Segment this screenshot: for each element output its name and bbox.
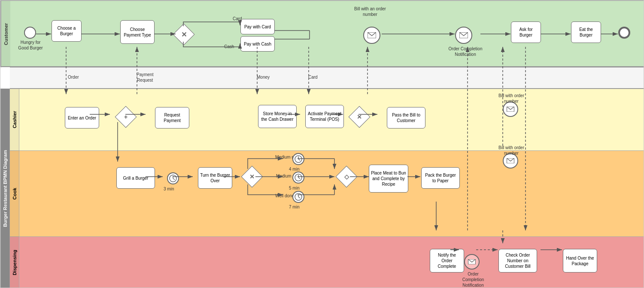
bill-receive-event xyxy=(363,27,380,44)
timer-3min-label: 3 min xyxy=(164,186,174,192)
cashier-lane: Cashier Enter an Order + Request Payment… xyxy=(10,89,644,151)
cashier-label: Cashier xyxy=(10,89,19,151)
cook-label: Cook xyxy=(10,151,19,237)
pass-bill-task[interactable]: Pass the Bill to Customer xyxy=(387,107,425,129)
order-completion-customer-label: Order Completion Notification xyxy=(448,46,483,57)
timer-medium xyxy=(292,172,304,184)
hand-over-task[interactable]: Hand Over the Package xyxy=(563,249,597,273)
cook-merge-gateway: ◇ xyxy=(336,166,358,188)
check-order-task[interactable]: Check Order Number on Customer Bill xyxy=(498,249,537,273)
activate-pos-task[interactable]: Activate Payment Terminal (POS) xyxy=(305,105,344,128)
burger-pool-label: Burger Restaurant BPMN Diagram xyxy=(0,89,10,288)
well-done-label: Well done xyxy=(275,193,294,199)
message-flow-area: Order PaymentRequest Money Card xyxy=(10,67,644,89)
timer-well-done xyxy=(292,191,304,203)
order-completion-disp-label: Order Completion Notification xyxy=(458,271,488,288)
place-meat-task[interactable]: Place Meat to Bun and Complete by Recipe xyxy=(369,165,408,193)
start-event-label: Hungry for Good Burger xyxy=(16,40,45,51)
ask-burger-task[interactable]: Ask for Burger xyxy=(511,21,541,43)
choose-payment-task[interactable]: Choose Payment Type xyxy=(120,20,155,44)
timer-medium-rare xyxy=(292,153,304,165)
eat-burger-task[interactable]: Eat the Burger xyxy=(571,21,601,43)
medium-label: Medium xyxy=(276,173,292,179)
cash-label: Cash xyxy=(224,44,234,49)
payment-req-label: PaymentRequest xyxy=(137,72,153,83)
cook-lane: Cook Grill a Burger 3 min Turn the Burge… xyxy=(10,151,644,237)
grill-burger-task[interactable]: Grill a Burger xyxy=(116,167,155,189)
notify-order-task[interactable]: Notify the Order Complete xyxy=(430,249,464,273)
request-payment-task[interactable]: Request Payment xyxy=(155,107,189,129)
choose-burger-task[interactable]: Choose a Burger xyxy=(52,20,82,42)
diagram-container: Customer Hungry for Good Burger Choose a… xyxy=(0,0,644,288)
payment-gateway: ✕ xyxy=(173,24,195,46)
order-completion-customer xyxy=(455,27,472,44)
end-event-customer xyxy=(618,27,630,39)
dispensing-lane: Dispensing Notify the Order Complete Ord… xyxy=(10,237,644,288)
exclusive-gateway-cashier: ✕ xyxy=(349,106,371,128)
timer-3min xyxy=(167,172,179,184)
cook-split-gateway: ✕ xyxy=(241,166,263,188)
pay-card-task[interactable]: Pay with Card xyxy=(240,19,275,34)
pay-cash-task[interactable]: Pay with Cash xyxy=(240,36,275,52)
turn-burger-task[interactable]: Turn the Burger Over xyxy=(198,167,232,189)
bill-receive-label: Bill with an order number xyxy=(353,6,387,17)
parallel-gateway-cashier: + xyxy=(115,106,137,128)
7min-label: 7 min xyxy=(289,204,299,210)
money-msg-label: Money xyxy=(257,74,270,80)
order-msg-label: Order xyxy=(68,74,79,80)
customer-pool: Customer Hungry for Good Burger Choose a… xyxy=(0,0,644,67)
pack-burger-task[interactable]: Pack the Burger to Paper xyxy=(421,167,460,189)
card-msg-label: Card xyxy=(308,74,318,80)
customer-lane-label: Customer xyxy=(1,1,10,67)
enter-order-task[interactable]: Enter an Order xyxy=(65,107,99,129)
order-completion-send xyxy=(464,254,480,270)
5min-label: 5 min xyxy=(289,185,299,191)
start-event-customer[interactable] xyxy=(24,27,36,39)
dispensing-label: Dispensing xyxy=(10,237,19,288)
bill-order-label: Bill with order number xyxy=(494,93,529,104)
bill-cook-label: Bill with order number xyxy=(494,145,529,156)
store-money-task[interactable]: Store Money in the Cash Drawer xyxy=(258,105,297,128)
